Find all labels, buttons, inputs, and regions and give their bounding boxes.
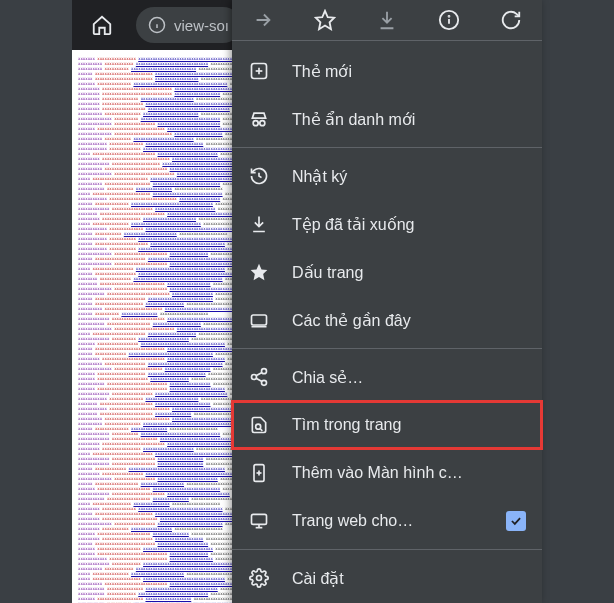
menu-recent-tabs[interactable]: Các thẻ gần đây: [232, 296, 542, 344]
menu-item-label: Chia sẻ…: [292, 368, 526, 387]
desktop-icon: [248, 510, 270, 532]
browser-window: view-soı xxxxxxx xxxxxxxxxxxxxxxx xxxxxx…: [72, 0, 542, 603]
svg-point-5: [449, 16, 450, 17]
history-icon: [248, 165, 270, 187]
incognito-icon: [248, 108, 270, 130]
menu-item-label: Thẻ mới: [292, 62, 526, 81]
svg-point-11: [260, 121, 265, 126]
reload-icon[interactable]: [491, 0, 531, 40]
url-field[interactable]: view-soı: [136, 7, 241, 43]
home-icon[interactable]: [82, 5, 122, 45]
svg-marker-3: [316, 11, 334, 29]
menu-item-label: Trang web cho…: [292, 512, 484, 530]
desktop-checkbox[interactable]: [506, 511, 526, 531]
download-arrow-icon: [248, 213, 270, 235]
share-icon: [248, 366, 270, 388]
svg-line-22: [260, 429, 262, 431]
menu-history[interactable]: Nhật ký: [232, 152, 542, 200]
menu-downloads[interactable]: Tệp đã tải xuống: [232, 200, 542, 248]
menu-bookmarks[interactable]: Dấu trang: [232, 248, 542, 296]
svg-point-29: [257, 576, 262, 581]
menu-add-to-home[interactable]: Thêm vào Màn hình c…: [232, 449, 542, 497]
menu-new-tab[interactable]: Thẻ mới: [232, 47, 542, 95]
add-home-icon: [248, 462, 270, 484]
menu-item-label: Thẻ ẩn danh mới: [292, 110, 526, 129]
svg-rect-26: [252, 514, 267, 524]
star-icon[interactable]: [305, 0, 345, 40]
recent-tabs-icon: [248, 309, 270, 331]
forward-icon[interactable]: [243, 0, 283, 40]
settings-icon: [248, 567, 270, 589]
svg-rect-14: [252, 315, 267, 325]
menu-separator: [232, 147, 542, 148]
svg-point-16: [262, 369, 267, 374]
menu-separator: [232, 348, 542, 349]
menu-separator: [232, 549, 542, 550]
page-source-view: xxxxxxx xxxxxxxxxxxxxxxx xxxxxxxxxxxxxxx…: [72, 50, 232, 603]
svg-line-20: [256, 378, 262, 381]
overflow-menu: Thẻ mới Thẻ ẩn danh mới Nhật ký Tệp đã: [232, 0, 542, 603]
svg-point-21: [256, 424, 261, 429]
menu-top-row: [232, 0, 542, 41]
menu-item-label: Dấu trang: [292, 263, 526, 282]
find-icon: [248, 414, 270, 436]
menu-item-label: Thêm vào Màn hình c…: [292, 464, 526, 482]
menu-share[interactable]: Chia sẻ…: [232, 353, 542, 401]
menu-item-label: Nhật ký: [292, 167, 526, 186]
info-icon: [148, 16, 166, 34]
svg-marker-13: [251, 264, 268, 281]
menu-item-label: Tệp đã tải xuống: [292, 215, 526, 234]
menu-list: Thẻ mới Thẻ ẩn danh mới Nhật ký Tệp đã: [232, 41, 542, 603]
menu-desktop-site[interactable]: Trang web cho…: [232, 497, 542, 545]
svg-point-17: [252, 375, 257, 380]
menu-incognito[interactable]: Thẻ ẩn danh mới: [232, 95, 542, 143]
menu-item-label: Cài đặt: [292, 569, 526, 588]
menu-settings[interactable]: Cài đặt: [232, 554, 542, 602]
svg-point-18: [262, 380, 267, 385]
url-text: view-soı: [174, 17, 229, 34]
download-icon[interactable]: [367, 0, 407, 40]
menu-item-label: Các thẻ gần đây: [292, 311, 526, 330]
info-icon[interactable]: [429, 0, 469, 40]
menu-item-label: Tìm trong trang: [292, 416, 526, 434]
svg-point-10: [253, 121, 258, 126]
bookmark-star-icon: [248, 261, 270, 283]
new-tab-icon: [248, 60, 270, 82]
menu-find-in-page[interactable]: Tìm trong trang: [232, 401, 542, 449]
svg-line-19: [256, 372, 262, 375]
